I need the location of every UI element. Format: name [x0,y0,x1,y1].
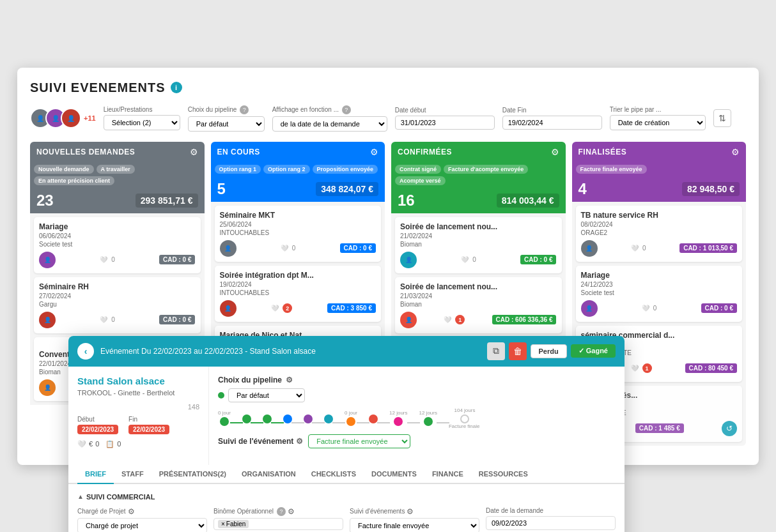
tab-finance[interactable]: FINANCE [424,465,471,484]
card-avatar-3-1: 👤 [581,300,598,317]
pipeline-select[interactable]: Par défaut [188,116,265,132]
btn-perdu[interactable]: Perdu [531,344,567,358]
pipeline-node-10: 104 jours Facture finale envoyée [449,407,481,429]
tab-organisation[interactable]: ORGANISATION [234,465,304,484]
binome-gear[interactable]: ⚙ [288,507,295,516]
suivi-title: Suivi de l'événement ⚙ [218,437,303,446]
charge-projet-select[interactable]: Chargé de projet [77,518,207,533]
pipeline-node-4 [304,413,313,423]
suivi-select[interactable]: Facture finale envoyée [308,434,410,448]
affichage-question[interactable]: ? [342,105,351,114]
heart-icon-0-0: 🤍 [100,256,107,263]
notif-0-1: 0 [111,316,115,323]
date-fin-input[interactable] [502,116,602,130]
card-0-0[interactable]: Mariage 06/06/2024 Societe test 👤 🤍 0 CA… [34,217,201,273]
btn-gagne[interactable]: ✓ Gagné [571,344,616,358]
col-amount-finalisees: 82 948,50 € [682,182,740,196]
col-tag-0-2[interactable]: En attente précision client [34,176,114,185]
card-footer-1-1: 👤 🤍 2 CAD : 3 850 € [220,300,376,317]
tab-presentations[interactable]: PRÉSENTATIONS(2) [151,465,234,484]
modal-copy-btn[interactable]: ⧉ [487,342,505,360]
card-cad-2-0: CAD : 0 € [520,255,556,264]
suivi-events-select[interactable]: Facture finale envoyée [350,518,479,533]
col-gear-finalisees[interactable]: ⚙ [731,147,740,157]
pipeline-line-3 [291,422,304,423]
card-footer-3-1: 👤 🤍 0 CAD : 0 € [581,300,738,317]
card-2-0[interactable]: Soirée de lancement nou... 21/02/2024 Bi… [395,217,562,273]
pipeline-select-row: Par défaut [218,388,616,402]
fin-badge: 22/02/2023 [128,425,169,434]
tab-checklists[interactable]: CHECKLISTS [304,465,364,484]
col-tag-0-0[interactable]: Nouvelle demande [34,165,94,174]
card-1-1[interactable]: Soirée intégration dpt M... 19/02/2024 I… [215,266,382,322]
toolbar-pipeline: Choix du pipeline ? Par défaut [188,105,265,132]
card-3-1[interactable]: Mariage 24/12/2023 Societe test 👤 🤍 0 CA… [576,266,743,322]
card-3-0[interactable]: TB nature service RH 08/02/2024 ORAGE2 👤… [576,206,743,262]
card-avatar-0-1: 👤 [39,312,56,328]
lieux-select[interactable]: Sélection (2) [104,115,180,130]
date-demande-label: Date de la demande [486,507,616,514]
card-0-1[interactable]: Séminaire RH 27/02/2024 Gargu 👤 🤍 0 CAD … [34,277,201,333]
modal-back-btn[interactable]: ‹ [77,343,94,360]
pipeline-line-2 [271,422,284,423]
suivi-select-row: Suivi de l'événement ⚙ Facture finale en… [218,434,616,448]
card-icons-3-1: 🤍 0 [642,305,657,312]
col-tag-2-0[interactable]: Contrat signé [395,165,441,174]
col-title-finalisees: FINALISÉES [578,148,627,156]
card-date-3-1: 24/12/2023 [581,281,738,288]
col-tag-3-0[interactable]: Facture finale envoyée [576,165,647,174]
sort-direction-btn[interactable]: ⇅ [713,109,731,127]
binome-question[interactable]: ? [277,507,286,516]
avatar-3[interactable]: 👤 [61,108,81,128]
card-1-0[interactable]: Séminaire MKT 25/06/2024 INTOUCHABLES 👤 … [215,206,382,262]
info-icon[interactable]: i [171,82,182,93]
affichage-select[interactable]: de la date de la demande [272,116,387,132]
date-demande-input[interactable] [486,516,616,530]
fin-label: Fin [128,416,169,423]
modal-delete-btn[interactable]: 🗑 [509,342,527,360]
card-2-1[interactable]: Soirée de lancement nou... 21/03/2024 Bi… [395,277,562,333]
notif-badge-1-1: 2 [283,303,292,313]
binome-tag-input[interactable]: × Fabien [213,518,343,530]
col-gear-confirmees[interactable]: ⚙ [551,147,559,157]
card-client-2-0: Bioman [400,241,557,248]
col-stats-encours: 5 348 824,07 € [211,176,385,202]
tab-staff[interactable]: STAFF [114,465,151,484]
card-avatar-0-0: 👤 [39,252,56,268]
binome-label: Binôme Opérationnel ? ⚙ [213,507,343,516]
trier-select[interactable]: Date de création [610,115,706,130]
form-date-demande: Date de la demande [486,507,616,533]
col-tag-1-1[interactable]: Option rang 2 [263,165,310,174]
col-tag-1-2[interactable]: Proposition envoyée [313,165,378,174]
col-gear-encours[interactable]: ⚙ [370,147,378,157]
col-tag-2-2[interactable]: Acompte versé [395,176,446,185]
pipeline-default-select[interactable]: Par défaut [228,388,305,402]
card-client-0-0: Societe test [39,241,196,248]
pipeline-question[interactable]: ? [240,105,249,114]
partial-card-action[interactable]: ↺ [722,421,737,436]
charge-projet-gear[interactable]: ⚙ [128,507,135,516]
pipeline-label: Choix du pipeline ? [188,105,265,114]
card-cad-0-0: CAD : 0 € [159,255,195,264]
col-count-nouvelles: 23 [36,192,54,209]
pipeline-dot-9 [424,417,433,426]
pipeline-line-4 [312,422,325,423]
pipeline-gear-icon[interactable]: ⚙ [286,376,293,384]
col-tag-0-1[interactable]: A travailler [97,165,135,174]
tag-remove-icon[interactable]: × [221,521,225,528]
suivi-gear-icon[interactable]: ⚙ [296,437,303,446]
tab-documents[interactable]: DOCUMENTS [364,465,424,484]
tab-ressources[interactable]: RESSOURCES [471,465,536,484]
card-footer-1-0: 👤 🤍 0 CAD : 0 € [220,240,376,257]
toolbar-date-fin: Date Fin [502,107,602,130]
date-debut-input[interactable] [395,116,495,130]
col-tag-1-0[interactable]: Option rang 1 [215,165,261,174]
date-group-debut: Début 22/02/2023 [77,416,118,434]
card-title-0-1: Séminaire RH [39,282,196,291]
col-tag-2-1[interactable]: Facture d'acompte envoyée [444,165,528,174]
tab-brief[interactable]: BRIEF [77,465,114,484]
toolbar-affichage: Affichage en fonction ... ? de la date d… [272,105,387,132]
card-avatar-1-1: 👤 [220,300,237,317]
suivi-events-gear[interactable]: ⚙ [407,507,414,516]
col-gear-nouvelles[interactable]: ⚙ [190,147,198,157]
